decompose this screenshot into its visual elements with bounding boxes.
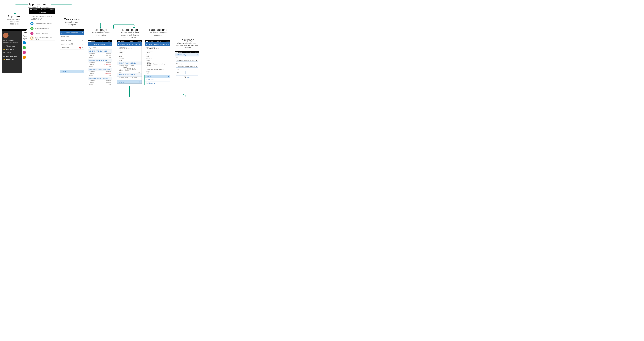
menu-icon: 👍	[3, 59, 5, 60]
detail-actions[interactable]: Actions +	[117, 80, 142, 84]
list-row: StatusDraft	[88, 66, 112, 68]
arrow	[134, 26, 134, 27]
kv-val: 8 hours	[106, 71, 111, 73]
annot-detail-sub: Can be linked to other pages for drill-d…	[117, 32, 143, 39]
day-header[interactable]: WEDNESDAY, MARCH 23RD, 2016	[88, 68, 112, 71]
val: 24.00	[145, 60, 170, 62]
annot-workspace-sub: Shows lists for a workspace	[60, 21, 84, 26]
arrow-head	[71, 17, 73, 18]
arrow	[115, 24, 121, 25]
activity-select[interactable]: 00000093 - Contoso Consulting Services	[176, 59, 198, 62]
edit-icon[interactable]: ✎	[166, 43, 167, 45]
list-row: Reported⊘ 7.5 hours	[88, 64, 112, 66]
arrow-head	[100, 27, 101, 29]
menu-item[interactable]: ⊞More of our apps	[2, 54, 22, 58]
workspace-icon: 🕒	[30, 22, 34, 25]
menu-item[interactable]: 🔔Notifications	[2, 48, 22, 51]
refresh-icon[interactable]: ⟳	[110, 43, 111, 45]
dashboard-item[interactable]: 📄Sales order processing and inquiry	[29, 36, 54, 41]
pageactions-header[interactable]: Actions +	[145, 75, 170, 78]
annot-task-sub: Allows you to enter data, edit, and exec…	[174, 42, 201, 49]
entry-key: Hours	[118, 72, 122, 73]
action-item[interactable]: Edit time entry	[145, 81, 170, 85]
hamburger-icon[interactable]	[30, 11, 32, 13]
dashboard-item[interactable]: 🕒Time and absense reporting	[29, 22, 54, 26]
arrow-head	[113, 27, 114, 29]
menu-item[interactable]: ⚙Settings	[2, 51, 22, 54]
hours-input[interactable]	[176, 71, 186, 74]
workspace-item[interactable]: View time (daily)	[60, 39, 84, 42]
statusbar: ●●●●●InVision 8:00 PM 100%▮	[60, 29, 84, 31]
subactivity-select[interactable]: W0023932 - Quality Assurance	[176, 65, 198, 68]
entry-val: 00000093 - Contoso Consult…	[123, 65, 140, 68]
kv-val: Draft	[108, 84, 111, 85]
plus-icon[interactable]: +	[168, 75, 169, 78]
workspace-circle-icon[interactable]	[23, 51, 26, 54]
refresh-icon[interactable]: ⟳	[82, 32, 83, 34]
menu-item[interactable]: ☆Address book	[2, 44, 22, 48]
annot-dashboard-title: App dashboard	[28, 3, 60, 6]
detail-label: Period status	[117, 50, 142, 52]
kv-val: 8 hours	[106, 55, 111, 56]
annot-detail-title: Detail page	[117, 28, 143, 32]
action-item[interactable]: Delete time	[145, 78, 170, 81]
search-field[interactable]: 🔍 Search	[88, 46, 112, 50]
workspace-circle-icon[interactable]	[23, 46, 26, 49]
close-icon[interactable]: ✕	[196, 54, 198, 56]
search-placeholder: Search	[92, 47, 96, 49]
plus-icon[interactable]: +	[139, 81, 140, 83]
val: Active	[145, 52, 170, 54]
statusbar: ●●●●●InVision 8:00 PM 100%▮	[175, 51, 199, 53]
refresh-icon[interactable]: ⟳	[139, 43, 140, 45]
workspace-circle-icon[interactable]	[23, 41, 26, 44]
workspace-item-label: Project timer	[61, 36, 69, 37]
day-header[interactable]: TUESDAY, MARCH 22ND, 2016	[88, 59, 112, 62]
entry-row: Activity00000095 - Cycles Sales and…	[117, 77, 142, 80]
menu-label: Notifications	[6, 49, 14, 50]
day-header[interactable]: THURSDAY, MARCH 24TH, 2016	[88, 77, 112, 80]
user-email: alicia.larsson@contoso.com	[2, 42, 22, 44]
workspace-item[interactable]: View time (weekly)	[60, 42, 84, 46]
annot-task-title: Task page	[174, 39, 201, 42]
plus-icon[interactable]: +	[82, 71, 83, 73]
workspace-item[interactable]: Review time1	[60, 46, 84, 50]
day-header[interactable]: MONDAY, MARCH 21ST, 2016	[88, 50, 112, 53]
dashboard-item[interactable]: R≡Employee self service	[29, 26, 54, 31]
val: Draft	[145, 56, 170, 58]
kv-val: 8 hours	[106, 80, 111, 82]
dashboard-item[interactable]: ⊕Expense managment	[29, 31, 54, 36]
activity-label: Activity	[175, 57, 199, 59]
workspace-navbar: Time management ⟳	[60, 31, 84, 35]
refresh-icon[interactable]: ⟳	[168, 43, 169, 45]
list-row: Reported⊘ 0 hours	[88, 73, 112, 75]
badge: 1	[79, 47, 81, 49]
arrow	[72, 6, 72, 17]
workspace-item[interactable]: Project timer	[60, 35, 84, 39]
arrow	[15, 5, 16, 6]
arrow-head	[183, 94, 184, 95]
list-row: Reported8 hours	[88, 82, 112, 84]
kv-key: Status	[89, 84, 92, 85]
kv-val: ⊘ 0 hours	[105, 73, 111, 74]
actions-label: Actions	[118, 81, 124, 83]
lbl: Sub-activity	[145, 67, 170, 69]
detail-title: Tuesday, March 22nd, 2016	[120, 44, 137, 45]
actions-bar[interactable]: Actions +	[60, 70, 84, 73]
workspace-circle-icon[interactable]	[23, 56, 26, 59]
annot-task: Task page Allows you to enter data, edit…	[174, 39, 201, 49]
entry-header[interactable]: MONDAY, MARCH 21ST, 2016	[117, 62, 142, 65]
list-row: Scheduled8 hours	[88, 62, 112, 64]
save-button[interactable]: 💾 Save	[176, 76, 198, 79]
entry-row: Activity00000093 - Contoso Consult…	[117, 65, 142, 68]
phone-detail: ●●●●●InVision 8:00 PM 100%▮ Tuesday, Mar…	[117, 40, 142, 84]
hamburger-icon[interactable]	[22, 31, 27, 35]
kv-key: Scheduled	[89, 80, 95, 82]
side-menu: Alicia Larsson alicia.larsson@contoso.co…	[2, 31, 22, 73]
annot-detail: Detail page Can be linked to other pages…	[117, 28, 143, 39]
statusbar: ●●●●●InVision 8:00 PM 100%▮	[145, 40, 170, 43]
entry-header[interactable]: MONDAY, MARCH 21ST, 2016	[117, 73, 142, 77]
workspace-item-label: View time (weekly)	[61, 43, 73, 45]
edit-icon[interactable]: ✎	[137, 43, 138, 45]
menu-item[interactable]: 👍Rate this app	[2, 58, 22, 61]
arrow	[184, 95, 186, 97]
